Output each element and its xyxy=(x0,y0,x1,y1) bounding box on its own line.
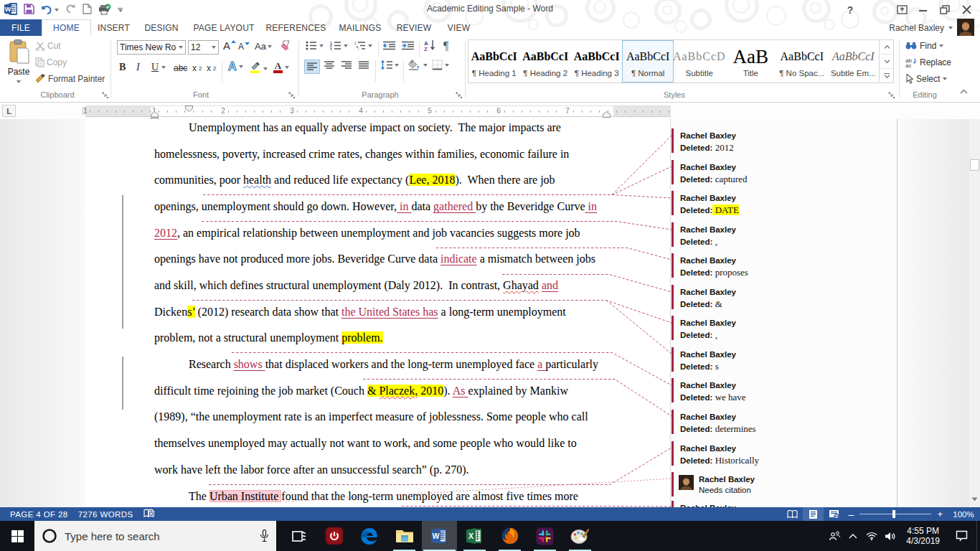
document-line[interactable]: communities, poor health and reduced lif… xyxy=(154,174,621,189)
zoom-slider[interactable]: – + xyxy=(849,509,943,520)
format-painter-button[interactable]: Format Painter xyxy=(35,74,105,84)
style-title[interactable]: AaBTitle xyxy=(725,40,776,83)
style-subtitle[interactable]: AaBbCcDSubtitle xyxy=(674,40,725,83)
tab-home[interactable]: HOME xyxy=(42,19,91,36)
shading-button[interactable] xyxy=(408,60,428,70)
file-explorer-icon[interactable] xyxy=(387,521,422,551)
page-indicator[interactable]: PAGE 4 OF 28 xyxy=(10,510,68,519)
copy-button[interactable]: Copy xyxy=(35,57,67,67)
word-icon[interactable]: W xyxy=(422,521,457,551)
document-line[interactable]: Research shows that displaced workers an… xyxy=(154,358,621,374)
strikethrough-button[interactable]: abc xyxy=(174,63,187,73)
styles-dialog-launcher-icon[interactable] xyxy=(888,92,895,99)
tab-design[interactable]: DESIGN xyxy=(136,19,187,36)
task-view-icon[interactable] xyxy=(281,521,316,551)
collapse-ribbon-icon[interactable] xyxy=(960,89,968,94)
microphone-icon[interactable] xyxy=(260,529,269,543)
proofing-error-icon[interactable] xyxy=(143,509,154,519)
power-app-icon[interactable] xyxy=(316,521,352,551)
excel-icon[interactable]: X xyxy=(457,521,492,551)
search-input[interactable]: Type here to search xyxy=(34,521,276,551)
document-line[interactable]: openings have not produced more jobs. Be… xyxy=(154,253,621,268)
tab-references[interactable]: REFERENCES xyxy=(261,19,331,36)
replace-button[interactable]: abac Replace xyxy=(905,57,951,67)
line-spacing-button[interactable] xyxy=(381,60,399,70)
right-indent-marker[interactable] xyxy=(603,111,611,118)
restore-icon[interactable] xyxy=(934,1,956,19)
document-line[interactable]: Unemployment has an equally adverse impa… xyxy=(154,121,621,137)
tab-mailings[interactable]: MAILINGS xyxy=(331,19,390,36)
bullets-button[interactable] xyxy=(306,41,324,50)
minimize-icon[interactable] xyxy=(913,1,934,19)
show-desktop-button[interactable] xyxy=(976,521,980,551)
tab-view[interactable]: VIEW xyxy=(438,19,479,36)
wifi-icon[interactable] xyxy=(862,532,881,540)
italic-button[interactable]: I xyxy=(136,62,140,73)
document-line[interactable]: and skill, which defines structural unem… xyxy=(154,279,621,295)
ribbon-display-options-icon[interactable] xyxy=(891,1,913,19)
subscript-button[interactable]: x2 xyxy=(192,63,202,73)
grow-font-button[interactable]: A xyxy=(223,39,236,52)
firefox-icon[interactable] xyxy=(492,521,527,551)
numbering-button[interactable]: 123 xyxy=(330,41,348,50)
show-hide-marks-button[interactable]: ¶ xyxy=(443,39,448,52)
close-icon[interactable] xyxy=(956,1,977,19)
styles-more-icon[interactable] xyxy=(880,69,893,83)
style-heading-2[interactable]: AaBbCcI¶ Heading 2 xyxy=(519,40,570,83)
underline-button[interactable]: U xyxy=(151,62,166,73)
align-left-button[interactable] xyxy=(304,60,320,74)
zoom-out-icon[interactable]: – xyxy=(849,509,854,520)
change-case-button[interactable]: Aa xyxy=(255,41,272,52)
paste-button[interactable]: Paste xyxy=(4,39,33,83)
vertical-scrollbar[interactable] xyxy=(969,119,980,507)
document-line[interactable]: work have left the labor force after an … xyxy=(154,463,621,479)
document-line[interactable]: themselves unemployed may actually not w… xyxy=(154,437,621,453)
bold-button[interactable]: B xyxy=(119,62,126,73)
document-line[interactable]: (1989), “the unemployment rate is an imp… xyxy=(154,410,621,426)
document-line[interactable]: homelessness, poverty, increased crime r… xyxy=(154,148,621,164)
shrink-font-button[interactable]: A xyxy=(238,42,250,52)
scrollbar-thumb[interactable] xyxy=(970,159,979,171)
start-button[interactable] xyxy=(0,521,34,551)
styles-scroll-up-icon[interactable] xyxy=(880,40,893,55)
style-heading-3[interactable]: AaBbCcI¶ Heading 3 xyxy=(571,40,622,83)
clock[interactable]: 4:55 PM 4/3/2019 xyxy=(906,526,940,546)
increase-indent-button[interactable] xyxy=(402,41,414,50)
borders-button[interactable] xyxy=(432,60,449,70)
font-dialog-launcher-icon[interactable] xyxy=(288,92,296,99)
action-center-icon[interactable] xyxy=(946,530,976,542)
style-heading-1[interactable]: AaBbCcI¶ Heading 1 xyxy=(468,40,519,83)
scroll-down-icon[interactable] xyxy=(969,494,980,504)
edge-icon[interactable] xyxy=(352,521,387,551)
zoom-percentage[interactable]: 100% xyxy=(947,510,980,519)
select-button[interactable]: Select xyxy=(905,74,947,84)
paint-app-icon[interactable] xyxy=(562,521,598,551)
font-color-button[interactable]: A xyxy=(273,62,289,73)
clear-formatting-button[interactable] xyxy=(280,40,292,51)
highlight-color-button[interactable] xyxy=(250,62,268,75)
document-line[interactable]: Dickens’ (2012) research data show that … xyxy=(154,306,621,321)
style-normal[interactable]: AaBbCcI¶ Normal xyxy=(622,40,673,83)
find-button[interactable]: Find xyxy=(905,41,943,51)
tab-file[interactable]: FILE xyxy=(0,19,42,36)
font-size-combo[interactable]: 12 xyxy=(188,40,219,55)
people-icon[interactable] xyxy=(825,531,844,542)
volume-icon[interactable] xyxy=(881,532,900,541)
document-line[interactable]: The Urban Institute found that the long-… xyxy=(154,490,621,506)
align-right-button[interactable] xyxy=(341,61,352,70)
tab-insert[interactable]: INSERT xyxy=(91,19,136,36)
read-mode-icon[interactable] xyxy=(782,507,803,521)
help-icon[interactable]: ? xyxy=(839,1,861,19)
superscript-button[interactable]: x2 xyxy=(207,63,216,73)
first-line-indent-marker[interactable] xyxy=(185,105,193,112)
zoom-in-icon[interactable]: + xyxy=(937,509,943,519)
justify-button[interactable] xyxy=(359,61,369,70)
horizontal-ruler[interactable]: 11234567 xyxy=(85,105,671,117)
document-line[interactable]: difficult time rejoining the job market … xyxy=(154,385,621,400)
decrease-indent-button[interactable] xyxy=(383,41,395,50)
clipboard-dialog-launcher-icon[interactable] xyxy=(102,92,109,99)
tab-page-layout[interactable]: PAGE LAYOUT xyxy=(187,19,261,36)
user-dropdown-icon[interactable] xyxy=(948,27,953,29)
document-line[interactable]: 2012, an empirical relationship between … xyxy=(154,227,621,242)
tab-review[interactable]: REVIEW xyxy=(390,19,438,36)
